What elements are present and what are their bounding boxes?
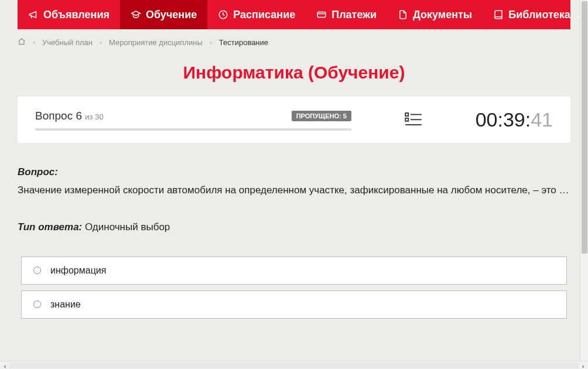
- timer-seconds: 41: [531, 108, 553, 131]
- timer-main: 00:39:: [476, 108, 531, 131]
- chevron-right-icon: [98, 38, 103, 47]
- skipped-badge: ПРОПУЩЕНО: 5: [292, 111, 351, 121]
- card-icon: [316, 9, 327, 20]
- nav-schedule[interactable]: Расписание: [207, 0, 306, 29]
- vertical-scrollbar[interactable]: [580, 0, 588, 330]
- breadcrumb-item-current: Тестирование: [219, 38, 268, 47]
- nav-label: Объявления: [43, 9, 110, 21]
- option-text: информация: [50, 265, 106, 276]
- answer-type-line: Тип ответа: Одиночный выбор: [18, 221, 570, 233]
- question-label: Вопрос:: [18, 166, 570, 178]
- timer: 00:39:41: [476, 108, 553, 131]
- question-list-icon[interactable]: [405, 111, 422, 129]
- svg-rect-1: [317, 12, 326, 18]
- book-icon: [493, 9, 504, 20]
- nav-documents[interactable]: Документы: [387, 0, 483, 29]
- question-total: 30: [95, 112, 103, 121]
- options-list: информация знание: [18, 257, 570, 319]
- home-icon[interactable]: [18, 37, 26, 47]
- megaphone-icon: [28, 9, 39, 20]
- progress-bar: [35, 128, 351, 131]
- question-word: Вопрос: [35, 110, 73, 122]
- answer-type-label: Тип ответа:: [18, 221, 82, 233]
- doc-icon: [398, 9, 408, 20]
- question-content: Вопрос: Значение измеренной скорости авт…: [18, 143, 570, 330]
- question-number: 6: [76, 110, 82, 122]
- option-text: знание: [50, 299, 81, 310]
- of-word: из: [85, 112, 93, 121]
- chevron-right-icon: [32, 38, 36, 47]
- nav-announcements[interactable]: Объявления: [18, 0, 120, 29]
- nav-payments[interactable]: Платежи: [306, 0, 387, 29]
- question-indicator: Вопрос 6 из 30: [35, 110, 104, 122]
- page-title: Информатика (Обучение): [0, 63, 588, 83]
- nav-label: Расписание: [233, 9, 295, 21]
- nav-label: Платежи: [331, 9, 377, 21]
- option-item[interactable]: знание: [21, 291, 567, 319]
- nav-label: Документы: [413, 9, 472, 21]
- svg-rect-4: [405, 118, 408, 121]
- breadcrumb-item[interactable]: Мероприятие дисциплины: [109, 38, 203, 47]
- radio-icon: [33, 300, 41, 308]
- svg-rect-2: [405, 113, 408, 116]
- option-item[interactable]: информация: [21, 257, 567, 285]
- graduation-icon: [131, 9, 141, 20]
- nav-label: Обучение: [146, 9, 197, 21]
- radio-icon: [33, 266, 41, 274]
- chevron-right-icon: [208, 38, 213, 47]
- nav-learning[interactable]: Обучение: [120, 0, 207, 29]
- question-text: Значение измеренной скорости автомобиля …: [18, 183, 570, 198]
- status-panel: Вопрос 6 из 30 ПРОПУЩЕНО: 5 00:39:41: [18, 97, 570, 143]
- nav-library[interactable]: Библиотека: [483, 0, 588, 29]
- breadcrumb: Учебный план Мероприятие дисциплины Тест…: [0, 29, 588, 56]
- answer-type-value: Одиночный выбор: [85, 221, 170, 233]
- breadcrumb-item[interactable]: Учебный план: [42, 38, 93, 47]
- top-nav: Объявления Обучение Расписание Платежи Д…: [18, 0, 570, 29]
- nav-label: Библиотека: [508, 9, 570, 21]
- scrollbar-thumb[interactable]: [582, 1, 587, 254]
- clock-icon: [218, 9, 228, 20]
